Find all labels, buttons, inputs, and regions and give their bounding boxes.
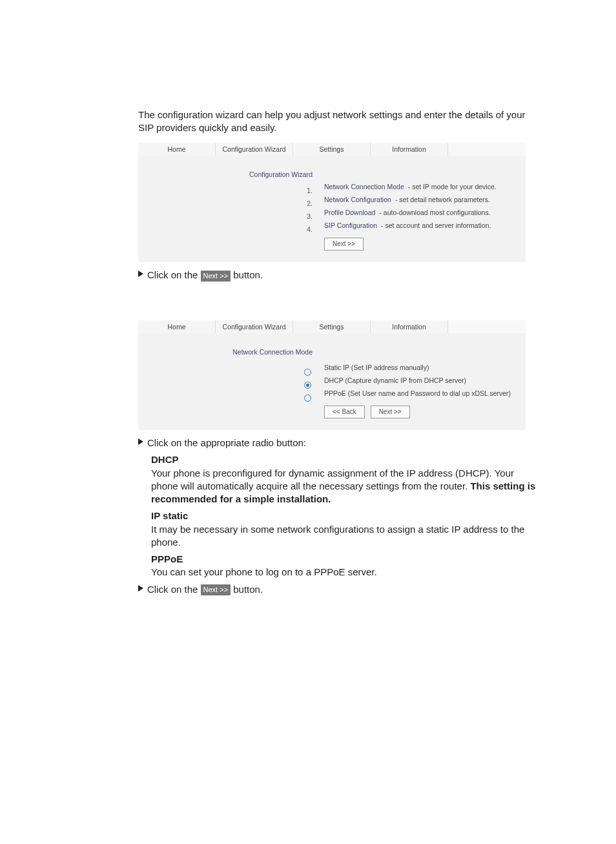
svg-marker-1: [138, 438, 143, 445]
ipstatic-body: It may be necessary in some network conf…: [151, 524, 524, 548]
pppoe-body: You can set your phone to log on to a PP…: [151, 566, 377, 577]
tab-wizard[interactable]: Configuration Wizard: [216, 143, 293, 156]
radio-label: DHCP (Capture dynamic IP from DHCP serve…: [324, 375, 514, 387]
step-number: 2.: [150, 198, 313, 211]
dhcp-title: DHCP: [151, 454, 179, 465]
step-number: 4.: [150, 223, 313, 236]
radio-pppoe[interactable]: [304, 395, 311, 402]
tab-wizard[interactable]: Configuration Wizard: [216, 320, 293, 333]
radio-dhcp[interactable]: [304, 382, 311, 389]
next-button[interactable]: Next >>: [371, 406, 410, 418]
step-number: 3.: [150, 211, 313, 223]
wizard-step: Network Connection Mode - set IP mode fo…: [324, 181, 514, 194]
screenshot-config-wizard: Home Configuration Wizard Settings Infor…: [138, 143, 526, 263]
wizard-step: Profile Download - auto-download most co…: [324, 207, 514, 220]
radio-static-ip[interactable]: [304, 369, 311, 376]
tab-information[interactable]: Information: [371, 320, 448, 333]
tab-home[interactable]: Home: [138, 320, 216, 333]
instruction-text: Click on the appropriate radio button:: [147, 437, 539, 449]
next-button-label: Next >>: [201, 271, 231, 282]
pppoe-title: PPPoE: [151, 553, 183, 564]
screenshot-network-mode: Home Configuration Wizard Settings Infor…: [138, 320, 526, 430]
next-button-label: Next >>: [201, 584, 231, 595]
intro-text: The configuration wizard can help you ad…: [138, 108, 539, 135]
dhcp-body: Your phone is preconfigured for dynamic …: [151, 468, 514, 491]
step-number: 1.: [150, 185, 313, 198]
bullet-arrow-icon: [138, 438, 147, 445]
next-button[interactable]: Next >>: [324, 238, 364, 251]
wizard-step: Network Configuration - set detail netwo…: [324, 194, 514, 207]
bullet-arrow-icon: [138, 585, 147, 592]
ipstatic-title: IP static: [151, 510, 188, 521]
panel-heading: Network Connection Mode: [150, 346, 313, 359]
back-button[interactable]: << Back: [324, 406, 365, 418]
tab-bar: Home Configuration Wizard Settings Infor…: [138, 143, 526, 156]
radio-label: PPPoE (Set User name and Password to dia…: [324, 387, 514, 400]
tab-settings[interactable]: Settings: [293, 320, 371, 333]
tab-bar: Home Configuration Wizard Settings Infor…: [138, 320, 526, 333]
bullet-arrow-icon: [138, 271, 147, 277]
tab-home[interactable]: Home: [138, 143, 216, 156]
wizard-step: SIP Configuration - set account and serv…: [324, 220, 514, 232]
instruction-text: Click on the Next >> button.: [147, 269, 539, 282]
tab-settings[interactable]: Settings: [293, 143, 371, 156]
panel-heading: Configuration Wizard: [150, 169, 313, 181]
svg-marker-0: [138, 271, 143, 277]
radio-label: Static IP (Set IP address manually): [324, 362, 514, 375]
svg-marker-2: [138, 585, 143, 592]
tab-information[interactable]: Information: [371, 143, 448, 156]
instruction-text: Click on the Next >> button.: [147, 583, 539, 596]
